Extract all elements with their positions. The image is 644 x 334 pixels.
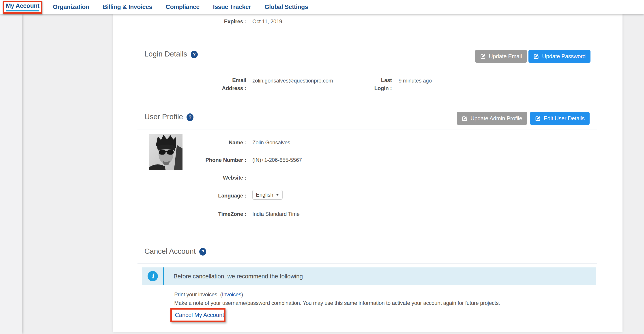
user-profile-title-text: User Profile: [144, 113, 183, 121]
alert-divider: [163, 267, 164, 285]
tab-organization-label: Organization: [53, 4, 89, 11]
update-admin-profile-label: Update Admin Profile: [470, 115, 522, 122]
name-value: Zolin Gonsalves: [252, 139, 290, 147]
cancel-my-account-link[interactable]: Cancel My Account: [175, 311, 224, 318]
update-email-button[interactable]: Update Email: [475, 50, 527, 63]
admin-settings-page: My Account Organization Billing & Invoic…: [0, 0, 644, 334]
edit-icon: [462, 115, 468, 122]
invoices-link[interactable]: Invoices: [222, 291, 241, 297]
expires-value: Oct 11, 2019: [252, 18, 282, 26]
cancel-account-title: Cancel Account ?: [144, 247, 206, 255]
tab-compliance-label: Compliance: [166, 4, 200, 11]
update-password-label: Update Password: [542, 53, 586, 60]
website-label: Website :: [113, 174, 246, 182]
phone-number-label: Phone Number :: [113, 156, 246, 164]
update-admin-profile-button[interactable]: Update Admin Profile: [457, 112, 527, 125]
chevron-down-icon: [276, 194, 279, 196]
language-label: Language :: [113, 192, 246, 200]
edit-icon: [480, 53, 486, 59]
tab-compliance[interactable]: Compliance: [166, 0, 200, 14]
language-select[interactable]: English: [252, 190, 282, 200]
section-divider: [138, 68, 597, 68]
top-navigation: My Account Organization Billing & Invoic…: [0, 0, 644, 14]
section-divider: [138, 130, 597, 130]
tab-issue-tracker[interactable]: Issue Tracker: [213, 0, 251, 14]
help-icon[interactable]: ?: [186, 113, 194, 121]
page-background: Expires : Oct 11, 2019 Login Details ? U…: [0, 14, 644, 334]
annotation-box: Cancel My Account: [170, 308, 226, 322]
info-alert: i Before cancellation, we recommend the …: [142, 267, 596, 285]
tab-global-settings-label: Global Settings: [264, 4, 308, 11]
timezone-label: TimeZone :: [113, 210, 246, 218]
phone-number-value: (IN)+1-206-855-5567: [252, 156, 302, 164]
username-password-note: Make a note of your username/password co…: [174, 300, 500, 306]
tab-global-settings[interactable]: Global Settings: [264, 0, 308, 14]
tab-billing-invoices[interactable]: Billing & Invoices: [103, 0, 152, 14]
email-address-value: zolin.gonsalves@questionpro.com: [252, 77, 333, 85]
tab-issue-tracker-label: Issue Tracker: [213, 4, 251, 11]
left-panel: [0, 14, 22, 334]
print-invoices-text-suffix: ): [241, 291, 243, 297]
name-label: Name :: [113, 139, 246, 147]
alert-title: Before cancellation, we recommend the fo…: [174, 273, 303, 280]
login-details-title: Login Details ?: [144, 50, 198, 58]
update-email-label: Update Email: [489, 53, 522, 60]
update-password-button[interactable]: Update Password: [528, 50, 590, 63]
user-profile-title: User Profile ?: [144, 113, 194, 121]
language-selected-value: English: [256, 192, 273, 198]
edit-icon: [535, 115, 541, 122]
tab-my-account[interactable]: My Account: [6, 0, 40, 14]
print-invoices-text: Print your invoices. (: [174, 291, 222, 297]
info-icon: i: [148, 271, 158, 281]
tab-billing-invoices-label: Billing & Invoices: [103, 4, 152, 11]
settings-card: Expires : Oct 11, 2019 Login Details ? U…: [113, 14, 622, 332]
expires-label: Expires :: [210, 18, 246, 26]
timezone-value: India Standard Time: [252, 210, 300, 218]
cancel-account-title-text: Cancel Account: [144, 247, 196, 255]
last-login-value: 9 minutes ago: [398, 77, 432, 85]
tab-my-account-label: My Account: [6, 3, 40, 12]
edit-user-details-label: Edit User Details: [544, 115, 585, 122]
settings-tabs: My Account Organization Billing & Invoic…: [0, 0, 308, 14]
login-details-title-text: Login Details: [144, 50, 187, 58]
tab-organization[interactable]: Organization: [53, 0, 89, 14]
last-login-label: Last Login :: [372, 76, 392, 92]
section-divider: [138, 263, 597, 264]
edit-icon: [534, 53, 540, 59]
email-address-label: Email Address :: [220, 76, 246, 92]
print-invoices-line: Print your invoices. (Invoices): [174, 291, 243, 298]
edit-user-details-button[interactable]: Edit User Details: [530, 112, 590, 125]
help-icon[interactable]: ?: [191, 51, 198, 58]
help-icon[interactable]: ?: [199, 248, 206, 255]
